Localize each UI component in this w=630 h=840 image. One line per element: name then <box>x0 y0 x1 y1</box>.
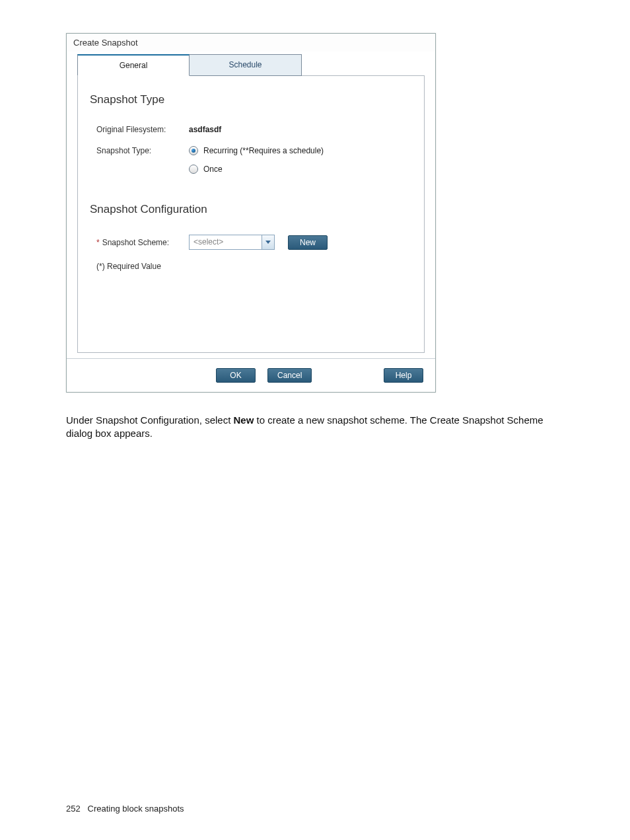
required-value-note: (*) Required Value <box>90 262 412 271</box>
ok-button-label: OK <box>230 371 241 380</box>
required-star-icon: * <box>96 238 100 247</box>
page-footer: 252 Creating block snapshots <box>66 804 184 814</box>
snapshot-type-heading: Snapshot Type <box>90 93 412 106</box>
chapter-title: Creating block snapshots <box>88 804 184 814</box>
new-button[interactable]: New <box>288 235 328 250</box>
radio-once[interactable]: Once <box>189 165 412 174</box>
snapshot-scheme-select-value: <select> <box>189 235 262 250</box>
radio-once-icon <box>189 165 198 174</box>
original-filesystem-label: Original Filesystem: <box>90 125 189 134</box>
instruction-bold: New <box>233 414 254 426</box>
snapshot-scheme-select-arrow[interactable] <box>262 235 275 250</box>
help-button[interactable]: Help <box>384 368 423 383</box>
tab-strip: General Schedule <box>77 54 425 76</box>
chevron-down-icon <box>265 241 271 244</box>
snapshot-scheme-select[interactable]: <select> <box>189 235 275 250</box>
tab-general[interactable]: General <box>77 54 190 76</box>
ok-button[interactable]: OK <box>216 368 256 383</box>
help-button-label: Help <box>396 371 412 380</box>
snapshot-type-label: Snapshot Type: <box>90 146 189 155</box>
snapshot-scheme-label: *Snapshot Scheme: <box>90 238 189 247</box>
cancel-button[interactable]: Cancel <box>267 368 312 383</box>
original-filesystem-value: asdfasdf <box>189 125 412 134</box>
radio-once-label: Once <box>203 165 223 174</box>
dialog-title: Create Snapshot <box>67 34 435 52</box>
snapshot-config-heading: Snapshot Configuration <box>90 203 412 216</box>
page-number: 252 <box>66 804 81 814</box>
instruction-paragraph: Under Snapshot Configuration, select New… <box>66 414 555 441</box>
radio-recurring[interactable]: Recurring (**Requires a schedule) <box>189 146 412 155</box>
tab-general-label: General <box>120 61 148 70</box>
tab-content-general: Snapshot Type Original Filesystem: asdfa… <box>77 75 425 353</box>
instruction-pre: Under Snapshot Configuration, select <box>66 414 233 426</box>
tab-schedule[interactable]: Schedule <box>190 54 302 76</box>
radio-recurring-label: Recurring (**Requires a schedule) <box>203 146 324 155</box>
cancel-button-label: Cancel <box>277 371 302 380</box>
radio-recurring-icon <box>189 146 198 155</box>
dialog-button-row: OK Cancel Help <box>67 358 435 392</box>
tab-schedule-label: Schedule <box>228 60 262 69</box>
create-snapshot-dialog: Create Snapshot General Schedule Snapsho… <box>66 33 436 393</box>
new-button-label: New <box>300 238 316 247</box>
snapshot-scheme-label-text: Snapshot Scheme: <box>102 238 169 247</box>
